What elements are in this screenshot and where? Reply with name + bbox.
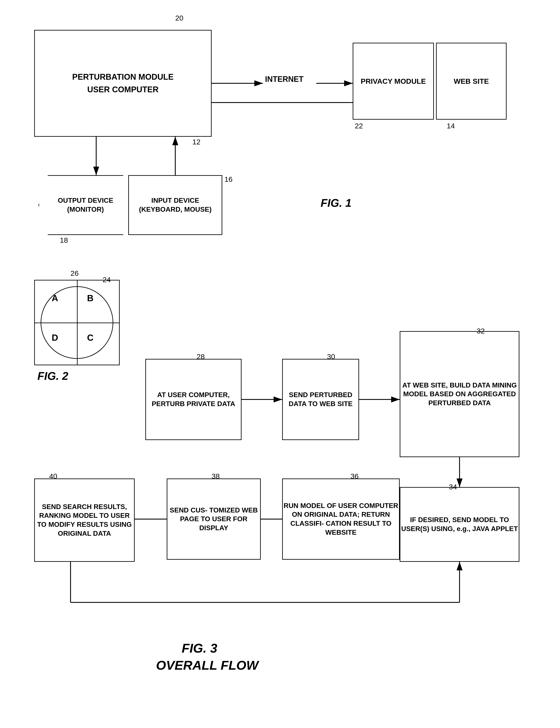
website-box: WEB SITE bbox=[436, 43, 507, 120]
internet-label: INTERNET bbox=[265, 75, 304, 84]
ref-36: 36 bbox=[351, 472, 359, 480]
ref-18: 18 bbox=[60, 236, 68, 244]
fig2-label-b: B bbox=[87, 293, 93, 303]
box-40: SEND SEARCH RESULTS, RANKING MODEL TO US… bbox=[34, 478, 135, 562]
perturbation-label: PERTURBATION MODULE bbox=[72, 72, 174, 82]
fig2-grid: A B D C bbox=[34, 280, 120, 365]
ref-38: 38 bbox=[212, 472, 220, 480]
ref-40: 40 bbox=[49, 472, 57, 480]
box-38-label: SEND CUS- TOMIZED WEB PAGE TO USER FOR D… bbox=[167, 506, 260, 532]
box-28-label: AT USER COMPUTER, PERTURB PRIVATE DATA bbox=[146, 390, 241, 408]
box-40-label: SEND SEARCH RESULTS, RANKING MODEL TO US… bbox=[35, 502, 134, 538]
ref-12: 12 bbox=[192, 138, 200, 146]
input-device-line2: (KEYBOARD, MOUSE) bbox=[139, 205, 212, 214]
fig2-label: FIG. 2 bbox=[37, 369, 68, 382]
box-36: RUN MODEL OF USER COMPUTER ON ORIGINAL D… bbox=[282, 478, 400, 560]
ref-30: 30 bbox=[327, 353, 335, 361]
input-device-box: INPUT DEVICE (KEYBOARD, MOUSE) bbox=[128, 175, 222, 235]
ref-34: 34 bbox=[449, 483, 457, 491]
box-36-label: RUN MODEL OF USER COMPUTER ON ORIGINAL D… bbox=[283, 501, 399, 537]
website-label: WEB SITE bbox=[454, 77, 489, 86]
fig1-label: FIG. 1 bbox=[321, 197, 351, 209]
fig2-label-c: C bbox=[87, 333, 93, 343]
box-28: AT USER COMPUTER, PERTURB PRIVATE DATA bbox=[145, 359, 242, 440]
fig2-label-a: A bbox=[52, 293, 58, 303]
user-computer-label: USER COMPUTER bbox=[87, 84, 159, 95]
output-device-box: OUTPUT DEVICE (MONITOR) bbox=[38, 175, 133, 235]
input-device-line1: INPUT DEVICE bbox=[151, 196, 199, 205]
diagram-container: 20 PERTURBATION MODULE USER COMPUTER INT… bbox=[0, 0, 560, 728]
ref-14: 14 bbox=[447, 122, 455, 130]
box-30-label: SEND PERTURBED DATA TO WEB SITE bbox=[283, 390, 358, 408]
box-34-label: IF DESIRED, SEND MODEL TO USER(S) USING,… bbox=[400, 515, 519, 533]
fig2-label-d: D bbox=[52, 333, 58, 343]
ref-16: 16 bbox=[224, 175, 233, 184]
ref-32: 32 bbox=[477, 327, 485, 335]
box-34: IF DESIRED, SEND MODEL TO USER(S) USING,… bbox=[400, 487, 519, 562]
fig3-title: FIG. 3 bbox=[182, 641, 217, 656]
box-32: AT WEB SITE, BUILD DATA MINING MODEL BAS… bbox=[400, 331, 519, 457]
ref-26: 26 bbox=[71, 269, 79, 278]
privacy-module-box: PRIVACY MODULE bbox=[353, 43, 434, 120]
ref-28: 28 bbox=[197, 353, 205, 361]
ref-22: 22 bbox=[355, 122, 363, 130]
ref-20: 20 bbox=[175, 14, 183, 22]
box-38: SEND CUS- TOMIZED WEB PAGE TO USER FOR D… bbox=[167, 478, 261, 560]
output-device-label: OUTPUT DEVICE (MONITOR) bbox=[39, 196, 132, 214]
box-32-label: AT WEB SITE, BUILD DATA MINING MODEL BAS… bbox=[400, 381, 519, 407]
perturbation-box: PERTURBATION MODULE USER COMPUTER bbox=[34, 30, 212, 137]
privacy-module-label: PRIVACY MODULE bbox=[361, 77, 426, 86]
box-30: SEND PERTURBED DATA TO WEB SITE bbox=[282, 359, 359, 440]
fig3-subtitle: OVERALL FLOW bbox=[156, 658, 258, 673]
